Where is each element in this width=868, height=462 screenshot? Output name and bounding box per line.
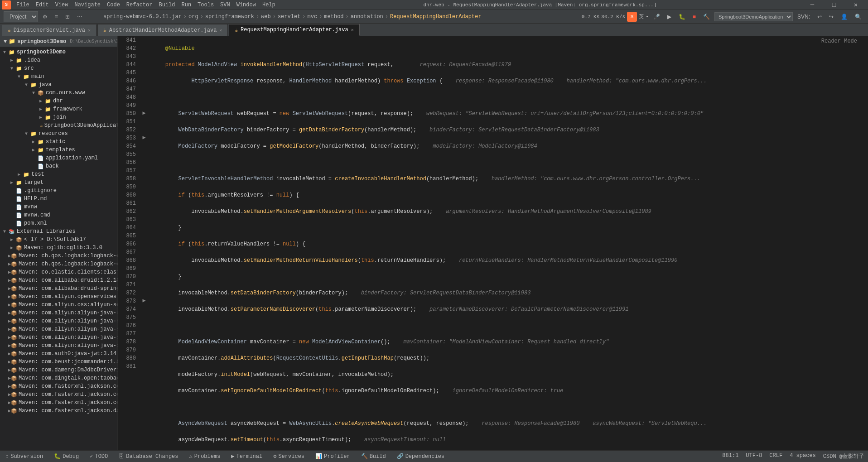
breadcrumb-item[interactable]: method <box>324 14 343 20</box>
tree-main[interactable]: ▼ 📁 main <box>0 72 117 81</box>
tree-logback-classic[interactable]: ▶ 📦 Maven: ch.qos.logback:logback-classi… <box>0 252 117 260</box>
tree-java[interactable]: ▼ 📁 java <box>0 81 117 89</box>
menu-view[interactable]: View <box>53 1 71 9</box>
menu-code[interactable]: Code <box>104 1 123 9</box>
bottom-tab-debug[interactable]: 🐛 Debug <box>52 451 81 462</box>
menu-edit[interactable]: Edit <box>33 1 52 9</box>
toolbar-mic-button[interactable]: 🎤 <box>651 13 663 21</box>
tree-aliyun-ocr[interactable]: ▶ 📦 Maven: com.aliyun:aliyun-java-sdk-oc… <box>0 333 117 342</box>
menu-refactor[interactable]: Refactor <box>124 1 155 9</box>
breadcrumb-item[interactable]: web <box>261 14 271 20</box>
bottom-tab-problems[interactable]: ⚠ Problems <box>188 451 222 462</box>
tree-jcommander[interactable]: ▶ 📦 Maven: com.beust:jcommander:1.82 <box>0 358 117 366</box>
tree-dm-jdbc[interactable]: ▶ 📦 Maven: com.dameng:DmJdbcDriver18:8.1… <box>0 366 117 374</box>
menu-window[interactable]: Window <box>234 1 259 9</box>
tree-templates[interactable]: ▶ 📁 templates <box>0 146 117 154</box>
tree-target[interactable]: ▶ 📁 target <box>0 178 117 187</box>
toolbar-search-button[interactable]: 🔍 <box>852 13 864 21</box>
tree-idea[interactable]: ▶ 📁 .idea <box>0 56 117 64</box>
menu-svn[interactable]: SVN <box>217 1 233 9</box>
bottom-tab-terminal[interactable]: ▶ Terminal <box>229 451 264 462</box>
tree-application-yaml[interactable]: ▶ 📄 application.yaml <box>0 154 117 162</box>
toolbar-redo-button[interactable]: ↪ <box>826 13 836 21</box>
toolbar-list-button[interactable]: ≡ <box>52 13 61 21</box>
toolbar-expand-button[interactable]: ⊞ <box>63 13 72 21</box>
tree-auth0-jwt[interactable]: ▶ 📦 Maven: com.auth0:java-jwt:3.14.0 <box>0 350 117 358</box>
code-editor[interactable]: @Nullable protected ModelAndView invokeH… <box>149 36 862 450</box>
tree-resources[interactable]: ▼ 📁 resources <box>0 130 117 138</box>
tree-jdk17[interactable]: ▶ 📦 < 17 > D:\SoftJdk17 <box>0 236 117 244</box>
toolbar-bug-button[interactable]: 🐛 <box>676 13 688 21</box>
menu-file[interactable]: File <box>14 1 32 9</box>
toolbar-play-button[interactable]: ▶ <box>665 13 674 21</box>
toolbar-hide-button[interactable]: — <box>87 13 98 21</box>
tab-close-icon[interactable]: ✕ <box>351 27 354 33</box>
svn-button[interactable]: SVN: <box>795 13 813 21</box>
toolbar-undo-button[interactable]: ↩ <box>815 13 825 21</box>
tree-framework[interactable]: ▶ 📁 framework <box>0 105 117 113</box>
toolbar-gear-button[interactable]: ⋯ <box>74 13 85 21</box>
tree-pom-xml[interactable]: ▶ 📄 pom.xml <box>0 219 117 227</box>
tree-springboot3demo[interactable]: ▼ 📁 springboot3Demo <box>0 48 117 56</box>
tree-jackson-core[interactable]: ▶ 📦 Maven: com.fasterxml.jackson.core:ja… <box>0 390 117 399</box>
tree-druid-starter[interactable]: ▶ 📦 Maven: com.alibaba:druid-spring-boot… <box>0 284 117 293</box>
tree-aliyun-oss[interactable]: ▶ 📦 Maven: com.aliyun.oss:aliyun-sdk-oss… <box>0 301 117 309</box>
toolbar-build2-button[interactable]: 🔨 <box>700 13 713 21</box>
menu-navigate[interactable]: Navigate <box>72 1 103 9</box>
reader-mode-button[interactable]: Reader Mode <box>821 38 857 44</box>
tab-dispatcherservlet[interactable]: ☕ DispatcherServlet.java ✕ <box>2 24 96 36</box>
editor-scroll[interactable]: 841 842 843 844 845 846 847 848 849 850 … <box>118 36 868 450</box>
tree-aliyun-kms[interactable]: ▶ 📦 Maven: com.aliyun:aliyun-java-sdk-km… <box>0 325 117 333</box>
breadcrumb-item[interactable]: servlet <box>278 14 300 20</box>
tree-external-libraries[interactable]: ▼ 📚 External Libraries <box>0 227 117 236</box>
breadcrumb-item[interactable]: mvc <box>308 14 318 20</box>
close-button[interactable]: ✕ <box>845 0 866 10</box>
tree-help-md[interactable]: ▶ 📄 HELP.md <box>0 195 117 203</box>
tree-aliyun-ram[interactable]: ▶ 📦 Maven: com.aliyun:aliyun-java-sdk-ra… <box>0 342 117 350</box>
breadcrumb-item[interactable]: spring-webmvc-6.0.11.jar <box>103 14 182 20</box>
tab-requestmappinghandler[interactable]: ☕ RequestMappingHandlerAdapter.java ✕ <box>229 24 359 36</box>
tree-back[interactable]: ▶ 📄 back <box>0 162 117 170</box>
tree-dingtalk[interactable]: ▶ 📦 Maven: com.dingtalk.open:taobao-sdk-… <box>0 374 117 382</box>
run-config-selector[interactable]: Springboot3DemoApplication <box>714 12 793 21</box>
tree-gitignore[interactable]: ▶ 📄 .gitignore <box>0 187 117 195</box>
breadcrumb-item[interactable]: annotation <box>351 14 383 20</box>
tree-cglib[interactable]: ▶ 📦 Maven: cglib:cglib:3.3.0 <box>0 244 117 252</box>
tree-aliyun-core[interactable]: ▶ 📦 Maven: com.aliyun:aliyun-java-sdk-co… <box>0 309 117 317</box>
tree-logback-core[interactable]: ▶ 📦 Maven: ch.qos.logback:logback-core:1… <box>0 260 117 268</box>
tree-jackson-yaml[interactable]: ▶ 📦 Maven: com.fasterxml.jackson.datafor… <box>0 407 117 415</box>
tree-jackson-databind[interactable]: ▶ 📦 Maven: com.fasterxml.jackson.core:ja… <box>0 399 117 407</box>
tree-join[interactable]: ▶ 📁 join <box>0 113 117 121</box>
tree-dhr[interactable]: ▶ 📁 dhr <box>0 97 117 105</box>
bottom-tab-dependencies[interactable]: 🔗 Dependencies <box>395 451 446 462</box>
toolbar-stop-button[interactable]: ■ <box>690 13 699 21</box>
project-selector[interactable]: Project <box>4 11 38 22</box>
bottom-tab-database-changes[interactable]: 🗄 Database Changes <box>117 451 180 462</box>
tree-druid[interactable]: ▶ 📦 Maven: com.alibaba:druid:1.2.18 <box>0 276 117 284</box>
tree-com-ours-www[interactable]: ▼ 📦 com.ours.www <box>0 89 117 97</box>
breadcrumb-item[interactable]: RequestMappingHandlerAdapter <box>390 14 482 20</box>
menu-run[interactable]: Run <box>178 1 194 9</box>
tree-mvnw-cmd[interactable]: ▶ 📄 mvnw.cmd <box>0 211 117 219</box>
tree-mvnw[interactable]: ▶ 📄 mvnw <box>0 203 117 211</box>
tree-springboot3demoapplication[interactable]: ▶ ☕ Springboot3DemoApplication <box>0 121 117 130</box>
maximize-button[interactable]: □ <box>824 0 844 10</box>
breadcrumb-item[interactable]: springframework <box>205 14 254 20</box>
tab-close-icon[interactable]: ✕ <box>88 28 91 33</box>
tree-src[interactable]: ▼ 📁 src <box>0 64 117 72</box>
toolbar-settings-button[interactable]: ⚙ <box>40 13 50 21</box>
breadcrumb-item[interactable]: org <box>188 14 198 20</box>
tree-ons-client[interactable]: ▶ 📦 Maven: com.aliyun.openservices:ons-c… <box>0 293 117 301</box>
tree-jackson-annotations[interactable]: ▶ 📦 Maven: com.fasterxml.jackson.core:ja… <box>0 382 117 390</box>
sidebar-scroll[interactable]: ▼ 📁 springboot3Demo D:\BaiduSyncdisk\Ide… <box>0 36 117 450</box>
tree-aliyun-face[interactable]: ▶ 📦 Maven: com.aliyun:aliyun-java-sdk-fa… <box>0 317 117 325</box>
minimize-button[interactable]: ─ <box>802 0 823 10</box>
bottom-tab-profiler[interactable]: 📊 Profiler <box>313 451 352 462</box>
bottom-tab-subversion[interactable]: ↕ Subversion <box>4 451 45 462</box>
tree-static[interactable]: ▶ 📁 static <box>0 138 117 146</box>
tree-elastic[interactable]: ▶ 📦 Maven: co.elastic.clients:elasticsea… <box>0 268 117 276</box>
bottom-tab-todo[interactable]: ✓ TODO <box>88 451 110 462</box>
menu-build[interactable]: Build <box>156 1 178 9</box>
bottom-tab-build[interactable]: 🔨 Build <box>359 451 388 462</box>
tab-close-icon[interactable]: ✕ <box>219 28 222 33</box>
